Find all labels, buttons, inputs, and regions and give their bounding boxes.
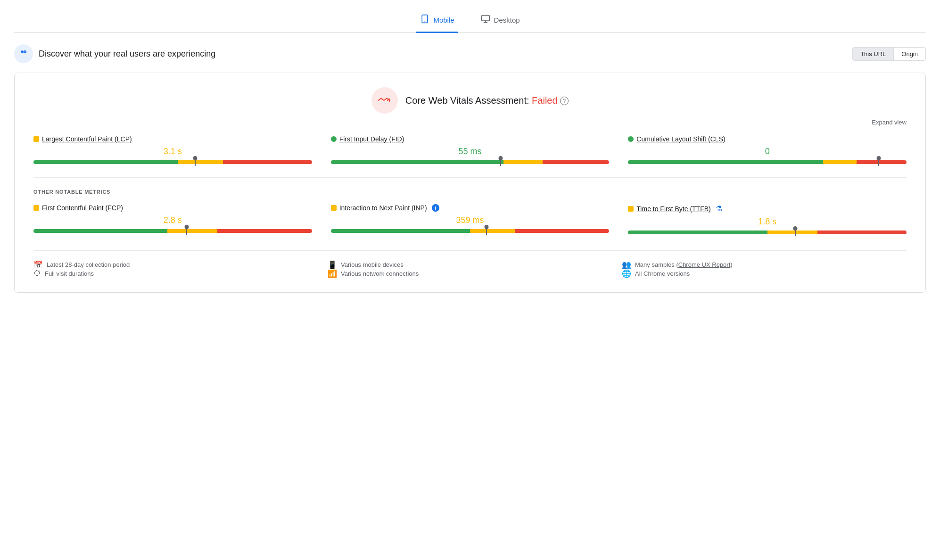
svg-point-8 xyxy=(24,51,26,53)
footer-text: Latest 28-day collection period xyxy=(47,261,130,268)
bar-segment xyxy=(167,229,217,233)
footer-text: All Chrome versions xyxy=(635,270,690,277)
desktop-icon xyxy=(481,14,490,26)
metric-link-fcp[interactable]: First Contentful Paint (FCP) xyxy=(42,204,123,212)
origin-button[interactable]: Origin xyxy=(894,48,925,60)
footer-text: Many samples (Chrome UX Report) xyxy=(635,261,733,268)
info-badge[interactable]: i xyxy=(432,204,439,212)
status-dot xyxy=(628,136,634,142)
metric-ttfb: Time to First Byte (TTFB)⚗ 1.8 s xyxy=(628,204,907,236)
needle-dot xyxy=(193,156,197,160)
bar-container xyxy=(628,231,907,234)
core-metrics-grid: Largest Contentful Paint (LCP) 3.1 s Fir… xyxy=(33,135,907,166)
footer-icon: ⏱ xyxy=(33,269,41,278)
status-dot xyxy=(331,136,337,142)
discover-title: Discover what your real users are experi… xyxy=(39,49,215,59)
metric-link-inp[interactable]: Interaction to Next Paint (INP) xyxy=(339,204,427,212)
main-card: Core Web Vitals Assessment: Failed ? Exp… xyxy=(14,73,926,293)
bar-segment xyxy=(331,229,470,233)
expand-view: Expand view xyxy=(33,118,907,126)
discover-left: Discover what your real users are experi… xyxy=(14,44,215,63)
other-metrics-grid: First Contentful Paint (FCP) 2.8 s Inter… xyxy=(33,204,907,236)
tab-desktop-label: Desktop xyxy=(494,16,520,24)
metric-cls: Cumulative Layout Shift (CLS) 0 xyxy=(628,135,907,166)
assessment-title: Core Web Vitals Assessment: Failed ? xyxy=(405,95,569,106)
bar-segment xyxy=(857,160,907,164)
help-icon[interactable]: ? xyxy=(560,97,569,105)
svg-rect-0 xyxy=(422,15,428,23)
metric-label-cls: Cumulative Layout Shift (CLS) xyxy=(628,135,907,143)
bar-container xyxy=(33,229,312,233)
needle-dot xyxy=(793,226,797,231)
this-url-button[interactable]: This URL xyxy=(853,48,894,60)
bar-segment xyxy=(628,160,823,164)
footer-col1: 📅 Latest 28-day collection period ⏱ Full… xyxy=(33,260,318,278)
metric-value-lcp: 3.1 s xyxy=(33,147,312,156)
footer-col3: 👥 Many samples (Chrome UX Report) 🌐 All … xyxy=(622,260,907,278)
metric-label-fid: First Input Delay (FID) xyxy=(331,135,610,143)
needle-dot xyxy=(498,156,503,160)
metric-link-lcp[interactable]: Largest Contentful Paint (LCP) xyxy=(42,135,132,143)
bar-container xyxy=(331,229,610,233)
tab-desktop[interactable]: Desktop xyxy=(477,9,524,33)
metric-inp: Interaction to Next Paint (INP)i 359 ms xyxy=(331,204,610,236)
tabs-container: Mobile Desktop xyxy=(14,9,926,33)
metric-value-fcp: 2.8 s xyxy=(33,215,312,225)
status-square xyxy=(33,205,39,211)
metric-lcp: Largest Contentful Paint (LCP) 3.1 s xyxy=(33,135,312,166)
assessment-title-prefix: Core Web Vitals Assessment: xyxy=(405,95,532,106)
expand-view-link[interactable]: Expand view xyxy=(872,119,907,126)
tab-mobile-label: Mobile xyxy=(433,16,454,24)
metric-fcp: First Contentful Paint (FCP) 2.8 s xyxy=(33,204,312,236)
bar-segment xyxy=(33,160,178,164)
footer-item: ⏱ Full visit durations xyxy=(33,269,318,278)
bar-segment xyxy=(503,160,543,164)
metric-link-fid[interactable]: First Input Delay (FID) xyxy=(339,135,404,143)
bar-segment xyxy=(33,229,167,233)
bar-segment xyxy=(178,160,223,164)
bar-needle xyxy=(795,229,796,236)
metric-value-inp: 359 ms xyxy=(331,215,610,225)
bar-needle xyxy=(486,227,487,235)
discover-header: Discover what your real users are experi… xyxy=(14,44,926,63)
bar-segment xyxy=(331,160,503,164)
tab-mobile[interactable]: Mobile xyxy=(416,9,458,33)
metric-label-inp: Interaction to Next Paint (INP)i xyxy=(331,204,610,212)
footer-text: Full visit durations xyxy=(45,270,94,277)
mobile-icon xyxy=(420,14,429,26)
footer-item: 📱 Various mobile devices xyxy=(328,260,612,269)
bar-container xyxy=(33,160,312,164)
discover-icon xyxy=(14,44,33,63)
bar-container xyxy=(628,160,907,164)
bar-segment xyxy=(628,231,767,234)
chrome-ux-report-link[interactable]: Chrome UX Report xyxy=(678,261,731,268)
needle-dot xyxy=(184,225,189,229)
footer-item: 🌐 All Chrome versions xyxy=(622,269,907,278)
metric-value-fid: 55 ms xyxy=(331,147,610,156)
bar-segment xyxy=(817,231,907,234)
footer-icon: 📅 xyxy=(33,260,43,269)
status-square xyxy=(628,206,634,212)
footer-col2: 📱 Various mobile devices 📶 Various netwo… xyxy=(328,260,612,278)
metric-label-fcp: First Contentful Paint (FCP) xyxy=(33,204,312,212)
bar-needle xyxy=(878,158,879,166)
footer-item: 👥 Many samples (Chrome UX Report) xyxy=(622,260,907,269)
bar-segment xyxy=(223,160,312,164)
footer-icon: 📶 xyxy=(328,269,337,278)
bar-needle xyxy=(186,227,187,235)
other-metrics-label: OTHER NOTABLE METRICS xyxy=(33,189,907,195)
needle-dot xyxy=(485,225,489,229)
metric-link-cls[interactable]: Cumulative Layout Shift (CLS) xyxy=(636,135,725,143)
bar-segment xyxy=(470,229,515,233)
status-square xyxy=(331,205,337,211)
footer-item: 📅 Latest 28-day collection period xyxy=(33,260,318,269)
bar-segment xyxy=(543,160,610,164)
svg-rect-2 xyxy=(481,16,489,21)
footer-icon: 📱 xyxy=(328,260,337,269)
assessment-header: Core Web Vitals Assessment: Failed ? xyxy=(33,87,907,114)
metric-label-lcp: Largest Contentful Paint (LCP) xyxy=(33,135,312,143)
metric-link-ttfb[interactable]: Time to First Byte (TTFB) xyxy=(636,205,710,213)
footer-item: 📶 Various network connections xyxy=(328,269,612,278)
needle-dot xyxy=(876,156,881,160)
bar-segment xyxy=(217,229,312,233)
